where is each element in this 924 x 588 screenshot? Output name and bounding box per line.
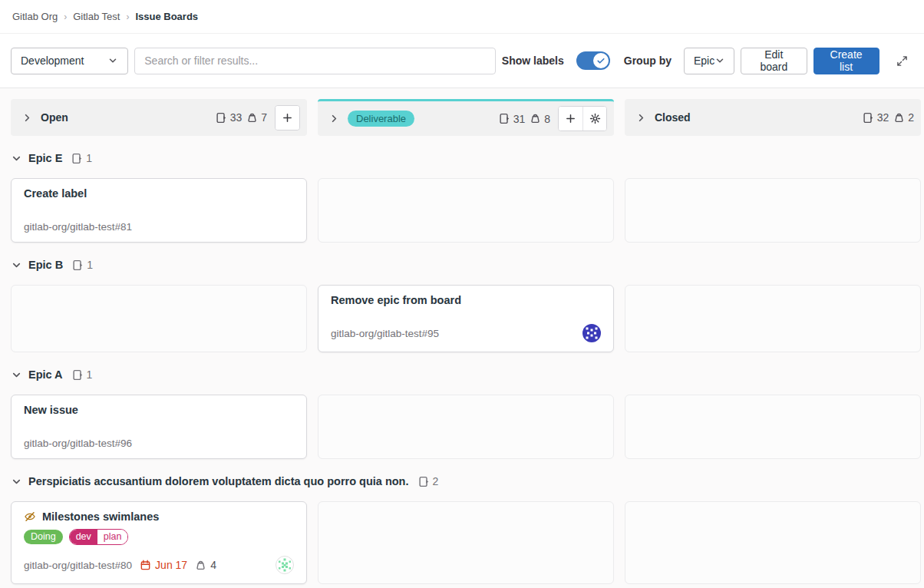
add-issue-button[interactable] xyxy=(276,106,299,130)
breadcrumb-group[interactable]: Gitlab Org xyxy=(12,11,58,22)
weight-count-value: 7 xyxy=(261,111,267,124)
swimlane-issue-count: 1 xyxy=(72,259,93,271)
issue-count-value: 33 xyxy=(230,111,243,124)
collapse-swimlane-icon[interactable] xyxy=(11,476,22,487)
column-headers-row: Open 33 7 Deliverable xyxy=(0,99,924,136)
collapse-list-icon[interactable] xyxy=(21,112,33,124)
add-issue-button[interactable] xyxy=(559,107,582,130)
card-title: Create label xyxy=(24,187,294,200)
swimlane-epic-b: Epic B 1 Remove epic from board gitlab-o… xyxy=(0,255,924,352)
plus-icon xyxy=(565,113,576,124)
list-header-deliverable: Deliverable 31 8 xyxy=(318,99,614,136)
list-actions xyxy=(558,106,607,131)
board-switcher-dropdown[interactable]: Development xyxy=(11,48,128,74)
swimlane-perspiciatis: Perspiciatis accusantium dolorem volupta… xyxy=(0,471,924,584)
create-list-button[interactable]: Create list xyxy=(813,48,879,74)
collapse-list-icon[interactable] xyxy=(635,112,647,124)
show-labels-toggle[interactable] xyxy=(576,51,610,70)
issue-card-remove-epic[interactable]: Remove epic from board gitlab-org/gitlab… xyxy=(318,285,614,352)
issue-count: 33 xyxy=(216,111,243,124)
list-label-pill[interactable]: Deliverable xyxy=(348,111,414,127)
breadcrumb: Gitlab Org › Gitlab Test › Issue Boards xyxy=(12,11,198,22)
issues-icon xyxy=(72,369,84,381)
gear-icon xyxy=(589,113,601,124)
board-cell: Create label gitlab-org/gitlab-test#81 xyxy=(11,178,307,243)
group-by-dropdown[interactable]: Epic xyxy=(684,48,734,74)
card-labels: Doing dev plan xyxy=(24,529,294,545)
swimlane-title[interactable]: Epic A xyxy=(28,368,63,381)
filter-bar[interactable] xyxy=(134,48,496,74)
swimlane-title[interactable]: Perspiciatis accusantium dolorem volupta… xyxy=(28,475,409,487)
board-cell-empty xyxy=(11,285,307,352)
breadcrumb-project[interactable]: Gitlab Test xyxy=(73,11,120,22)
swimlane-cells: Milestones swimlanes Doing dev plan gitl… xyxy=(0,501,924,584)
swimlane-issue-count-value: 2 xyxy=(433,475,439,487)
fullscreen-button[interactable] xyxy=(892,49,914,72)
issues-icon xyxy=(71,153,83,164)
weight-count: 8 xyxy=(530,113,550,125)
swimlane-issue-count-value: 1 xyxy=(86,152,92,164)
calendar-icon xyxy=(140,560,151,571)
assignee-avatar[interactable] xyxy=(276,556,294,574)
list-title: Open xyxy=(41,111,68,124)
card-weight: 4 xyxy=(195,559,216,571)
list-settings-button[interactable] xyxy=(582,107,606,130)
toggle-knob xyxy=(593,53,609,68)
swimlane-header: Epic B 1 xyxy=(0,255,924,275)
card-title: Milestones swimlanes xyxy=(42,510,159,523)
board-toolbar: Development Show labels Group by Epic Ed… xyxy=(0,34,924,88)
collapse-list-icon[interactable] xyxy=(328,113,340,124)
swimlane-issue-count-value: 1 xyxy=(87,368,93,381)
edit-board-button[interactable]: Edit board xyxy=(741,48,807,74)
board-cell: Milestones swimlanes Doing dev plan gitl… xyxy=(11,501,307,584)
breadcrumb-bar: Gitlab Org › Gitlab Test › Issue Boards xyxy=(0,0,924,34)
card-title: Remove epic from board xyxy=(331,294,601,306)
issue-count: 31 xyxy=(499,113,526,125)
group-by-value: Epic xyxy=(694,55,714,67)
assignee-avatar[interactable] xyxy=(582,324,601,342)
board-cell-empty xyxy=(625,285,921,352)
chevron-down-icon xyxy=(714,55,725,66)
swimlane-issue-count-value: 1 xyxy=(87,259,93,271)
issue-card-new-issue[interactable]: New issue gitlab-org/gitlab-test#96 xyxy=(11,395,307,459)
label-doing[interactable]: Doing xyxy=(24,530,63,544)
card-weight-value: 4 xyxy=(210,559,216,571)
chevron-down-icon xyxy=(107,55,118,66)
board-cell-empty xyxy=(625,395,921,459)
board-cell-empty xyxy=(625,178,921,243)
board-cell-empty xyxy=(318,395,614,459)
confidential-icon xyxy=(24,510,36,523)
issues-icon xyxy=(863,112,874,124)
weight-icon xyxy=(195,560,206,571)
issue-board: Open 33 7 Deliverable xyxy=(0,88,924,588)
collapse-swimlane-icon[interactable] xyxy=(11,369,22,381)
swimlane-cells: Create label gitlab-org/gitlab-test#81 xyxy=(0,178,924,243)
collapse-swimlane-icon[interactable] xyxy=(11,259,22,271)
breadcrumb-current-page: Issue Boards xyxy=(135,11,198,22)
list-title: Closed xyxy=(655,111,691,124)
search-input[interactable] xyxy=(144,55,486,67)
swimlane-title[interactable]: Epic E xyxy=(28,152,62,164)
list-actions xyxy=(275,105,300,130)
swimlane-issue-count: 1 xyxy=(71,152,92,164)
collapse-swimlane-icon[interactable] xyxy=(11,153,22,164)
issue-count-value: 32 xyxy=(877,111,889,124)
issue-count: 32 xyxy=(863,111,889,124)
weight-count: 7 xyxy=(246,111,267,124)
breadcrumb-separator: › xyxy=(64,12,67,22)
check-icon xyxy=(596,56,606,65)
swimlane-header: Epic A 1 xyxy=(0,365,924,385)
list-header-open: Open 33 7 xyxy=(11,99,307,136)
label-dev-plan[interactable]: dev plan xyxy=(69,529,129,545)
due-date: Jun 17 xyxy=(140,559,187,571)
card-title: New issue xyxy=(24,404,294,416)
list-header-closed: Closed 32 2 xyxy=(625,99,921,136)
swimlane-issue-count: 2 xyxy=(418,475,439,487)
issue-card-create-label[interactable]: Create label gitlab-org/gitlab-test#81 xyxy=(11,178,307,243)
weight-count: 2 xyxy=(893,111,914,124)
swimlane-title[interactable]: Epic B xyxy=(28,259,63,271)
group-by-label: Group by xyxy=(624,55,672,67)
swimlane-epic-a: Epic A 1 New issue gitlab-org/gitlab-tes… xyxy=(0,365,924,459)
issue-card-milestones-swimlanes[interactable]: Milestones swimlanes Doing dev plan gitl… xyxy=(11,501,307,584)
maximize-icon xyxy=(896,55,908,67)
